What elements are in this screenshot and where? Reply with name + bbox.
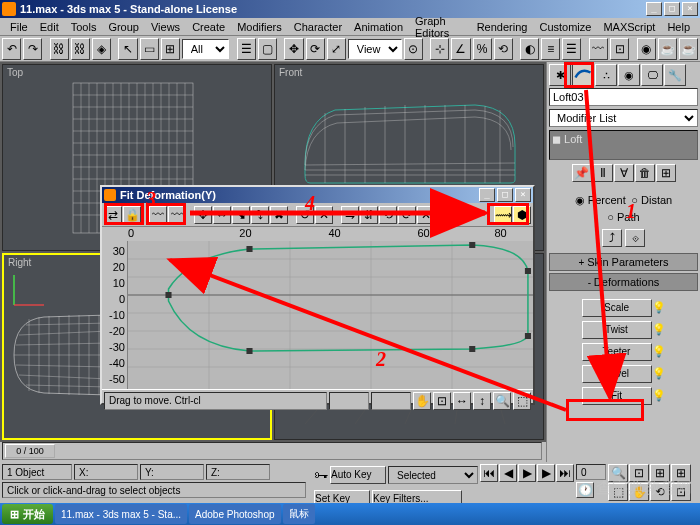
rotate-button[interactable]: ⟳ [306, 38, 325, 60]
align-button[interactable]: ≡ [541, 38, 560, 60]
select-window-button[interactable]: ⊞ [161, 38, 180, 60]
rotate-cw-button[interactable]: ⟳ [398, 206, 416, 224]
fit-zoom-button[interactable]: 🔍 [493, 392, 511, 410]
mirror-h-button[interactable]: ⇋ [341, 206, 359, 224]
hierarchy-tab[interactable]: ⛬ [595, 64, 617, 86]
select-region-button[interactable]: ▭ [140, 38, 159, 60]
menu-animation[interactable]: Animation [348, 19, 409, 35]
select-rect-button[interactable]: ▢ [258, 38, 277, 60]
insert-corner-button[interactable]: ⬊ [232, 206, 250, 224]
fit-x-field[interactable] [329, 392, 369, 410]
insert-bezier-button[interactable]: ⤵ [251, 206, 269, 224]
fit-graph[interactable]: 30 20 10 0 -10 -20 -30 -40 -50 [102, 241, 533, 389]
bevel-bulb-icon[interactable]: 💡 [652, 367, 666, 380]
fit-titlebar[interactable]: Fit Deformation(Y) _ □ × [102, 187, 533, 203]
stack-item-loft[interactable]: ◼ Loft [552, 133, 695, 146]
scale-deform-button[interactable]: Scale [582, 299, 652, 317]
menu-edit[interactable]: Edit [34, 19, 65, 35]
create-tab[interactable]: ✱ [549, 64, 571, 86]
scale-bulb-icon[interactable]: 💡 [652, 301, 666, 314]
teeter-bulb-icon[interactable]: 💡 [652, 345, 666, 358]
fit-zoom-v-button[interactable]: ↕ [473, 392, 491, 410]
twist-bulb-icon[interactable]: 💡 [652, 323, 666, 336]
snap-button[interactable]: ⊹ [430, 38, 449, 60]
curve-editor-button[interactable]: 〰 [589, 38, 608, 60]
delete-curve-button[interactable]: ✕ [315, 206, 333, 224]
play-button[interactable]: ▶ [518, 464, 536, 482]
redo-button[interactable]: ↷ [23, 38, 42, 60]
selection-filter[interactable]: All [182, 39, 230, 59]
menu-modifiers[interactable]: Modifiers [231, 19, 288, 35]
motion-tab[interactable]: ◉ [618, 64, 640, 86]
delete-all-button[interactable]: ✕ [417, 206, 435, 224]
lock-button[interactable]: 🔒 [123, 206, 141, 224]
generate-path-button[interactable]: ⟿ [494, 206, 512, 224]
move-button[interactable]: ✥ [284, 38, 303, 60]
move-point-button[interactable]: ✥ [194, 206, 212, 224]
modifier-list-dropdown[interactable]: Modifier List [549, 109, 698, 127]
coord-z[interactable]: Z: [206, 464, 270, 480]
rotate-ccw-button[interactable]: ⟲ [379, 206, 397, 224]
menu-file[interactable]: File [4, 19, 34, 35]
configure-button[interactable]: ⊞ [656, 164, 676, 182]
minimize-button[interactable]: _ [646, 2, 662, 16]
skin-params-rollout[interactable]: + Skin Parameters [549, 253, 698, 271]
menu-help[interactable]: Help [661, 19, 696, 35]
menu-group[interactable]: Group [102, 19, 145, 35]
modify-tab[interactable] [572, 64, 594, 86]
fit-zoom-region-button[interactable]: ⬚ [513, 392, 531, 410]
material-button[interactable]: ◉ [637, 38, 656, 60]
time-slider[interactable]: 0 / 100 [2, 442, 542, 460]
task-photoshop[interactable]: Adobe Photoshop [189, 504, 281, 524]
mirror-button[interactable]: ◐ [520, 38, 539, 60]
select-name-button[interactable]: ☰ [237, 38, 256, 60]
fit-zoom-h-button[interactable]: ↔ [453, 392, 471, 410]
scale-point-button[interactable]: ↔ [213, 206, 231, 224]
get-shape-button[interactable]: ⬡ [436, 206, 454, 224]
deformations-rollout[interactable]: - Deformations [549, 273, 698, 291]
render-scene-button[interactable]: ☕ [658, 38, 677, 60]
unlink-button[interactable]: ⛓ [71, 38, 90, 60]
quick-render-button[interactable]: ☕ [679, 38, 698, 60]
pivot-button[interactable]: ⊙ [404, 38, 423, 60]
twist-deform-button[interactable]: Twist [582, 321, 652, 339]
fit-close-button[interactable]: × [515, 188, 531, 202]
pick-shape-panel-button[interactable]: ⟐ [625, 229, 645, 247]
fit-y-field[interactable] [371, 392, 411, 410]
modifier-stack[interactable]: ◼ Loft [549, 130, 698, 160]
percent-radio[interactable]: ◉ Percent [575, 194, 626, 206]
delete-point-button[interactable]: ✖ [270, 206, 288, 224]
fit-minimize-button[interactable]: _ [479, 188, 495, 202]
menu-tools[interactable]: Tools [65, 19, 103, 35]
coord-y[interactable]: Y: [140, 464, 204, 480]
mirror-v-button[interactable]: ⇵ [360, 206, 378, 224]
spinner-snap-button[interactable]: ⟲ [494, 38, 513, 60]
fit-bulb-icon[interactable]: 💡 [652, 389, 666, 402]
fit-plot-area[interactable] [128, 241, 533, 389]
distance-radio[interactable]: ○ Distan [631, 194, 672, 206]
symmetry-button[interactable]: ⇄ [104, 206, 122, 224]
remove-mod-button[interactable]: 🗑 [635, 164, 655, 182]
coord-x[interactable]: X: [74, 464, 138, 480]
fit-pan-button[interactable]: ✋ [413, 392, 431, 410]
menu-maxscript[interactable]: MAXScript [597, 19, 661, 35]
percent-snap-button[interactable]: % [473, 38, 492, 60]
unique-button[interactable]: ∀ [614, 164, 634, 182]
utilities-tab[interactable]: 🔧 [664, 64, 686, 86]
task-mouse[interactable]: 鼠标 [283, 504, 315, 524]
fit-maximize-button[interactable]: □ [497, 188, 513, 202]
menu-grapheditors[interactable]: Graph Editors [409, 13, 471, 41]
menu-views[interactable]: Views [145, 19, 186, 35]
pick-path-button[interactable]: ⤴ [602, 229, 622, 247]
autokey-button[interactable]: Auto Key [330, 466, 386, 484]
pin-stack-button[interactable]: 📌 [572, 164, 592, 182]
menu-rendering[interactable]: Rendering [471, 19, 534, 35]
undo-button[interactable]: ↶ [2, 38, 21, 60]
object-name-field[interactable] [549, 88, 698, 106]
fit-deform-button[interactable]: Fit [582, 387, 652, 405]
link-button[interactable]: ⛓ [50, 38, 69, 60]
start-button[interactable]: ⊞ 开始 [2, 504, 53, 524]
bind-button[interactable]: ◈ [92, 38, 111, 60]
display-tab[interactable]: 🖵 [641, 64, 663, 86]
scale-button[interactable]: ⤢ [327, 38, 346, 60]
